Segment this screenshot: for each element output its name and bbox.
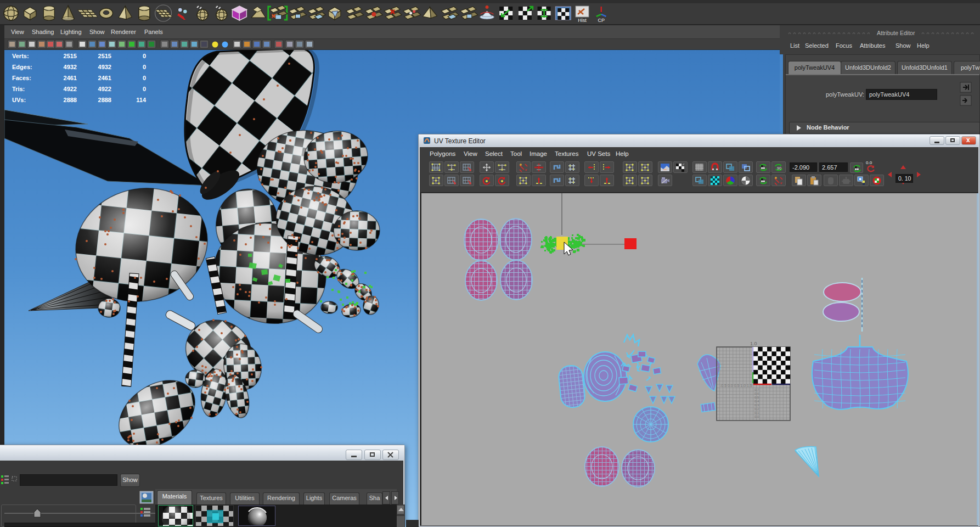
svg-text:0.4: 0.4 — [754, 400, 759, 403]
svg-text:0.1: 0.1 — [754, 411, 759, 414]
svg-text:0.0: 0.0 — [754, 415, 759, 418]
svg-text:90: 90 — [777, 166, 781, 170]
svg-text:0.5: 0.5 — [754, 396, 759, 399]
svg-text:0.2: 0.2 — [754, 407, 759, 411]
svg-text:0.7: 0.7 — [754, 388, 759, 391]
svg-text:CP: CP — [598, 18, 605, 23]
svg-text:0.6: 0.6 — [754, 392, 759, 395]
svg-text:1.0: 1.0 — [750, 341, 757, 346]
svg-text:Hist: Hist — [578, 18, 587, 23]
svg-text:0.3: 0.3 — [754, 403, 759, 407]
svg-text:-0.5 0.0 0.5 1.0 1.5: -0.5 0.0 0.5 1.0 1.5 — [720, 384, 752, 388]
